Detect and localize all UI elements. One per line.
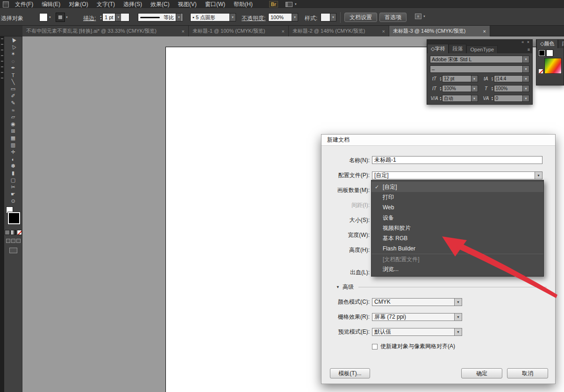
tab-opentype[interactable]: OpenType <box>466 45 498 53</box>
preview-mode-select[interactable]: 默认值 ▼ <box>372 328 462 336</box>
direct-selection-tool[interactable]: ▷ <box>4 43 22 50</box>
perspective-grid-tool[interactable]: ⊞ <box>4 128 22 135</box>
panel-menu-icon[interactable]: ≡ <box>525 47 532 53</box>
close-icon[interactable]: × <box>182 29 185 34</box>
stroke-panel-link[interactable]: 描边: <box>83 14 96 22</box>
tab-color-guide[interactable]: 颜色参考 <box>558 39 564 48</box>
raster-effects-select[interactable]: 屏幕 (72 ppi) ▼ <box>372 313 462 321</box>
dropdown-item-video-film[interactable]: 视频和胶片 <box>371 223 543 233</box>
dropdown-item-custom[interactable]: ✓ [自定] <box>371 182 543 192</box>
close-icon[interactable]: × <box>382 29 385 34</box>
chevron-down-icon[interactable]: ▼ <box>471 95 478 101</box>
profile-select[interactable]: [自定] ▼ <box>372 171 543 179</box>
style-dropdown[interactable]: ▼ <box>321 13 336 21</box>
ok-button[interactable]: 确定 <box>461 368 502 378</box>
chevron-down-icon[interactable]: ▼ <box>522 95 529 101</box>
color-button[interactable] <box>5 230 10 235</box>
close-panel-icon[interactable]: × <box>527 40 530 44</box>
stroke-width-stepper[interactable]: ▴ ▾ 1 pt ▼ <box>100 13 129 21</box>
paintbrush-tool[interactable]: ✐ <box>4 93 22 100</box>
chevron-down-icon[interactable]: ▼ <box>115 14 121 21</box>
symbol-sprayer-tool[interactable]: ✽ <box>4 163 22 170</box>
advanced-section-header[interactable]: ▼ 高级 <box>321 283 555 291</box>
shape-builder-tool[interactable]: ◉ <box>4 121 22 128</box>
opacity-panel-link[interactable]: 不透明度: <box>242 14 265 22</box>
opacity-dropdown[interactable]: 100% ▼ <box>268 13 298 21</box>
dropdown-item-basic-rgb[interactable]: 基本 RGB <box>371 233 543 243</box>
stroke-width-value[interactable]: 1 pt <box>103 14 115 20</box>
artboard-tool[interactable]: ▢ <box>4 177 22 184</box>
font-style-dropdown[interactable]: – ▼ <box>430 65 529 73</box>
spinner-down-icon[interactable]: ▾ <box>492 89 493 91</box>
chevron-down-icon[interactable]: ▼ <box>471 76 478 82</box>
gradient-button[interactable] <box>11 230 16 235</box>
tab-paragraph[interactable]: 段落 <box>449 44 466 53</box>
color-spectrum[interactable] <box>544 58 562 74</box>
chevron-down-icon[interactable]: ▼ <box>471 86 478 92</box>
leading-field[interactable]: tA ▴▾ (14.4▼ <box>482 75 530 82</box>
spinner-down-icon[interactable]: ▾ <box>492 79 493 81</box>
pixel-align-checkbox[interactable] <box>372 344 378 349</box>
chevron-down-icon[interactable]: ▼ <box>229 14 236 21</box>
stroke-color-dropdown[interactable]: ▼ <box>56 13 68 21</box>
screen-mode-button[interactable] <box>9 248 17 253</box>
chevron-down-icon[interactable]: ▼ <box>454 314 462 321</box>
spinner-down-icon[interactable]: ▾ <box>440 79 441 81</box>
width-tool[interactable]: ≈ <box>4 107 22 114</box>
dropdown-item-web[interactable]: Web <box>371 202 543 213</box>
spinner-icons[interactable]: ▴ ▾ <box>100 14 101 20</box>
menu-help[interactable]: 帮助(H) <box>229 0 257 8</box>
draw-behind-button[interactable] <box>11 239 15 243</box>
font-size-value[interactable]: 12 pt <box>443 76 471 81</box>
mesh-tool[interactable]: ▦ <box>4 135 22 142</box>
document-setup-button[interactable]: 文档设置 <box>344 13 377 22</box>
lasso-tool[interactable]: ◌ <box>4 57 22 64</box>
menu-edit[interactable]: 编辑(E) <box>37 0 64 8</box>
column-graph-tool[interactable]: ▮ <box>4 170 22 177</box>
line-segment-tool[interactable]: ╲ <box>4 78 22 86</box>
dropdown-item-browse[interactable]: 浏览... <box>371 264 543 274</box>
collapse-panel-icon[interactable]: « <box>521 40 525 44</box>
pen-tool[interactable]: ✒ <box>4 64 22 71</box>
dropdown-item-devices[interactable]: 设备 <box>371 213 543 223</box>
font-family-dropdown[interactable]: Adobe 宋体 Std L ▼ <box>430 56 529 63</box>
menu-view[interactable]: 视图(V) <box>174 0 201 8</box>
blend-tool[interactable]: ◐ <box>4 156 22 163</box>
chevron-down-icon[interactable]: ▼ <box>176 14 182 21</box>
kerning-field[interactable]: V/A ▴▾ 自动▼ <box>430 95 478 102</box>
vertical-scale-value[interactable]: 100% <box>443 86 471 91</box>
chevron-down-icon[interactable]: ▼ <box>522 56 529 63</box>
none-button[interactable] <box>17 230 22 235</box>
magic-wand-tool[interactable]: ✶ <box>4 50 22 57</box>
vertical-scale-field[interactable]: IT ▴▾ 100%▼ <box>430 85 478 92</box>
disclosure-triangle-icon[interactable]: ▼ <box>336 285 340 289</box>
fill-color-indicator[interactable] <box>8 212 20 224</box>
free-transform-tool[interactable]: ▱ <box>4 114 22 121</box>
pencil-tool[interactable]: ✎ <box>4 100 22 107</box>
font-size-field[interactable]: tT ▴▾ 12 pt▼ <box>430 75 478 82</box>
menu-file[interactable]: 文件(F) <box>11 0 37 8</box>
spinner-down-icon[interactable]: ▾ <box>440 99 441 101</box>
stroke-color-well[interactable] <box>546 50 553 57</box>
rectangle-tool[interactable]: ▭ <box>4 86 22 93</box>
horizontal-scale-field[interactable]: T ▴▾ 100%▼ <box>482 85 530 92</box>
dropdown-item-print[interactable]: 打印 <box>371 192 543 202</box>
menu-type[interactable]: 文字(T) <box>93 0 119 8</box>
fill-color-well[interactable] <box>538 50 545 57</box>
spinner-down-icon[interactable]: ▾ <box>440 89 441 91</box>
chevron-down-icon[interactable]: ▼ <box>522 76 529 82</box>
chevron-down-icon[interactable]: ▼ <box>292 14 298 21</box>
close-icon[interactable]: × <box>483 29 486 34</box>
dialog-title-bar[interactable]: 新建文档 <box>321 135 555 146</box>
chevron-down-icon[interactable]: ▼ <box>454 299 462 306</box>
stroke-profile-dropdown[interactable]: 等比 ▼ <box>138 13 183 21</box>
chevron-down-icon[interactable]: ▼ <box>535 172 542 179</box>
hand-tool[interactable]: ☛ <box>4 191 22 198</box>
selection-tool[interactable]: ▶ <box>4 36 22 43</box>
dropdown-item-flash-builder[interactable]: Flash Builder <box>371 243 543 254</box>
opacity-value[interactable]: 100% <box>269 14 286 20</box>
chevron-down-icon[interactable]: ▼ <box>522 86 529 92</box>
control-panel-menu[interactable]: ≡ ▼ <box>415 14 426 19</box>
workspace-switcher[interactable]: ▼ <box>286 2 297 7</box>
preferences-button[interactable]: 首选项 <box>379 13 407 22</box>
